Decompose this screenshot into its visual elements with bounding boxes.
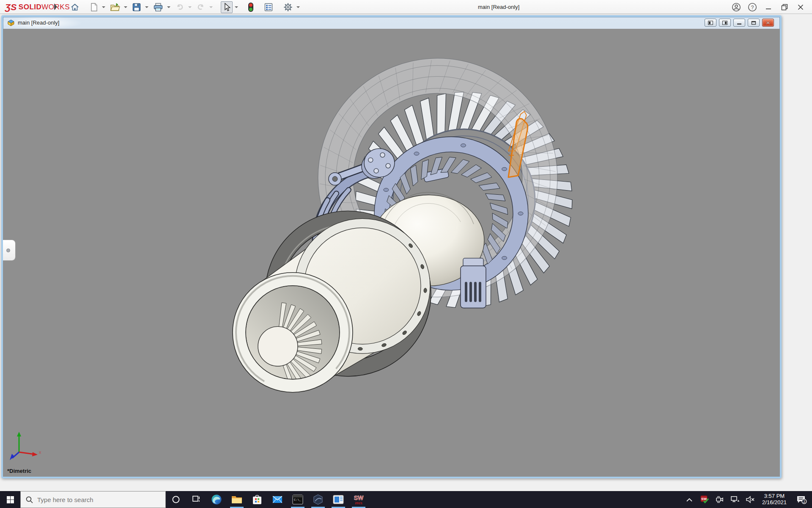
minimize-button[interactable] — [760, 0, 776, 14]
account-button[interactable] — [728, 0, 744, 14]
home-button[interactable] — [69, 1, 81, 13]
redo-button[interactable] — [195, 1, 207, 13]
solidworks-logo[interactable]: ƷS SOLID WORKS — [5, 2, 70, 12]
engine-assembly-model[interactable] — [3, 29, 780, 477]
orientation-triad: x — [10, 430, 42, 461]
taskbar-app-solidworks-2021[interactable]: SW2021 — [348, 491, 369, 508]
triad-x-label: x — [39, 450, 41, 455]
rebuild-traffic-light-icon — [248, 2, 254, 12]
taskbar-search[interactable] — [20, 491, 166, 508]
help-button[interactable]: ? — [744, 0, 760, 14]
svg-text:2021: 2021 — [355, 501, 362, 505]
close-button[interactable] — [793, 0, 809, 14]
minimize-icon — [765, 4, 771, 10]
document-caption-buttons — [705, 19, 774, 27]
panel-tab-handle-icon — [6, 248, 10, 252]
solidworks-logo-glyph: ƷS — [5, 2, 17, 12]
search-input[interactable] — [37, 496, 156, 503]
volume-muted-icon — [746, 496, 755, 503]
save-icon — [132, 3, 141, 12]
tile-left-button[interactable] — [705, 19, 716, 27]
network-button[interactable] — [727, 491, 743, 508]
help-icon: ? — [748, 3, 757, 12]
options-gear-icon — [283, 3, 293, 12]
taskbar-apps: C:\_SW2021 — [206, 491, 369, 508]
taskbar-app-hexagon-app[interactable] — [308, 491, 328, 508]
notification-center-button[interactable]: 2 — [791, 491, 812, 508]
print-button[interactable] — [151, 1, 165, 13]
doc-minimize-button[interactable] — [733, 19, 745, 27]
doc-minimize-icon — [737, 21, 742, 25]
cortana-button[interactable] — [166, 491, 186, 508]
taskbar-app-microsoft-store[interactable] — [247, 491, 267, 508]
taskbar-app-edge-browser[interactable] — [206, 491, 227, 508]
windows-logo-icon — [7, 496, 14, 503]
hidden-icons-button[interactable] — [682, 491, 697, 508]
svg-text:C:\_: C:\_ — [294, 498, 302, 502]
rebuild-button[interactable] — [246, 1, 255, 13]
document-window: main [Read-only] — [1, 15, 782, 478]
select-tool-dropdown[interactable] — [235, 6, 238, 8]
svg-text:SW: SW — [701, 497, 707, 501]
taskbar-app-file-explorer[interactable] — [227, 491, 247, 508]
options-button[interactable] — [282, 1, 294, 13]
search-icon — [26, 496, 33, 503]
network-ethernet-icon — [730, 496, 740, 503]
view-orientation-label: *Dimetric — [7, 468, 31, 474]
window-system-buttons: ? — [728, 0, 809, 14]
undo-button[interactable] — [173, 1, 186, 13]
new-document-dropdown[interactable] — [102, 6, 105, 8]
open-dropdown[interactable] — [124, 6, 127, 8]
solidworks-monitor-icon: SW — [700, 495, 709, 504]
assembly-document-icon — [7, 19, 15, 26]
taskbar-app-mail[interactable] — [267, 491, 288, 508]
doc-restore-button[interactable] — [748, 19, 760, 27]
file-properties-button[interactable] — [262, 1, 275, 13]
close-icon — [798, 4, 804, 10]
feature-manager-collapsed-tab[interactable] — [3, 240, 16, 261]
restore-button[interactable] — [776, 0, 793, 14]
file-properties-icon — [264, 3, 273, 12]
quick-access-toolbar — [68, 0, 302, 14]
svg-text:?: ? — [751, 4, 754, 10]
task-view-button[interactable] — [186, 491, 206, 508]
start-button[interactable] — [0, 491, 20, 508]
cortana-icon — [172, 495, 180, 504]
task-view-icon — [192, 495, 200, 504]
menu-expand-arrow-icon[interactable] — [54, 3, 57, 10]
tile-left-icon — [708, 21, 713, 25]
mdi-client-area: main [Read-only] — [0, 14, 812, 491]
restore-icon — [781, 4, 788, 11]
meet-now-camera-icon — [716, 496, 724, 503]
windows-taskbar: C:\_SW2021 SW — [0, 491, 812, 508]
taskbar-app-command-prompt[interactable]: C:\_ — [288, 491, 308, 508]
graphics-viewport[interactable]: x *Dimetric — [3, 29, 780, 477]
taskbar-app-system-window-app[interactable] — [328, 491, 348, 508]
new-document-button[interactable] — [88, 1, 100, 13]
doc-restore-icon — [751, 21, 756, 25]
doc-close-button[interactable] — [762, 19, 774, 27]
new-document-icon — [90, 3, 98, 12]
chevron-up-icon — [686, 498, 692, 502]
select-cursor-icon — [222, 3, 231, 12]
tile-right-icon — [722, 21, 727, 25]
document-titlebar[interactable]: main [Read-only] — [3, 17, 780, 29]
document-title: main [Read-only] — [18, 19, 59, 26]
open-button[interactable] — [108, 1, 122, 13]
select-tool-button[interactable] — [221, 1, 233, 13]
solidworks-tray-button[interactable]: SW — [697, 491, 712, 508]
undo-dropdown[interactable] — [188, 6, 192, 8]
document-title-group: main [Read-only] — [7, 19, 59, 26]
options-dropdown[interactable] — [296, 6, 300, 8]
meet-now-button[interactable] — [712, 491, 727, 508]
tile-right-button[interactable] — [719, 19, 731, 27]
doc-close-icon — [765, 21, 771, 25]
volume-button[interactable] — [743, 491, 758, 508]
clock-date: 2/16/2021 — [758, 499, 791, 505]
clock[interactable]: 3:57 PM 2/16/2021 — [758, 491, 791, 508]
print-dropdown[interactable] — [167, 6, 170, 8]
save-dropdown[interactable] — [145, 6, 148, 8]
redo-dropdown[interactable] — [209, 6, 213, 8]
save-button[interactable] — [130, 1, 143, 13]
notification-badge: 2 — [803, 500, 805, 504]
